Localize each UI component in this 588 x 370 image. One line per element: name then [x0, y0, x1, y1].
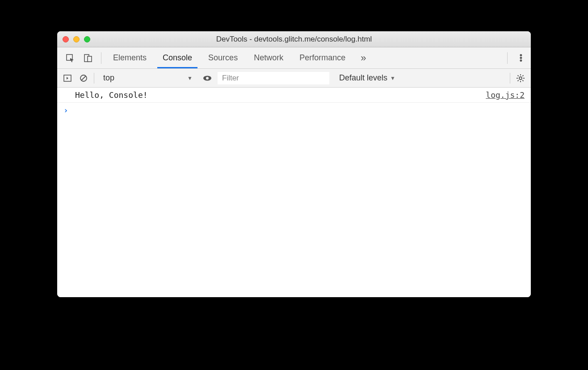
devtools-tabbar: Elements Console Sources Network Perform…: [57, 47, 531, 69]
log-source-link[interactable]: log.js:2: [486, 90, 525, 100]
svg-line-15: [518, 80, 519, 81]
window-title: DevTools - devtools.glitch.me/console/lo…: [63, 35, 525, 44]
tabbar-left-tools: [61, 47, 97, 68]
window-maximize-button[interactable]: [84, 36, 90, 42]
devtools-window: DevTools - devtools.glitch.me/console/lo…: [57, 31, 531, 297]
prompt-chevron-icon: ›: [63, 105, 68, 115]
inspect-element-icon[interactable]: [64, 52, 76, 64]
svg-point-8: [519, 77, 522, 80]
more-options-icon[interactable]: •••: [515, 54, 527, 62]
levels-label: Default levels: [339, 73, 387, 83]
show-console-sidebar-icon[interactable]: [62, 72, 73, 84]
tab-elements[interactable]: Elements: [105, 47, 155, 68]
tabs-container: Elements Console Sources Network Perform…: [105, 47, 372, 68]
tab-label: Console: [163, 53, 192, 63]
tab-label: Elements: [113, 53, 147, 63]
log-levels-selector[interactable]: Default levels ▼: [339, 73, 395, 83]
svg-line-14: [522, 80, 523, 81]
live-expression-icon[interactable]: [202, 72, 213, 84]
console-toolbar: top ▼ Default levels ▼: [57, 69, 531, 88]
window-minimize-button[interactable]: [73, 36, 80, 42]
separator: [507, 52, 508, 64]
clear-console-icon[interactable]: [78, 72, 89, 84]
console-settings-icon[interactable]: [515, 72, 526, 84]
titlebar: DevTools - devtools.glitch.me/console/lo…: [57, 31, 531, 47]
context-label: top: [103, 73, 114, 83]
traffic-lights: [63, 36, 90, 42]
device-toolbar-icon[interactable]: [82, 52, 94, 64]
console-prompt[interactable]: ›: [57, 103, 531, 118]
chevron-down-icon: ▼: [187, 75, 193, 81]
tab-label: Network: [254, 53, 283, 63]
tab-network[interactable]: Network: [246, 47, 291, 68]
svg-line-16: [522, 75, 523, 76]
svg-line-5: [81, 76, 86, 80]
separator: [94, 73, 94, 84]
tabbar-right: •••: [504, 47, 527, 68]
log-row: Hello, Console! log.js:2: [57, 88, 531, 103]
tab-console[interactable]: Console: [155, 47, 200, 68]
tab-performance[interactable]: Performance: [291, 47, 353, 68]
more-tabs-button[interactable]: »: [353, 47, 372, 68]
tab-label: Sources: [208, 53, 238, 63]
tab-sources[interactable]: Sources: [200, 47, 246, 68]
separator: [101, 52, 101, 64]
chevron-down-icon: ▼: [390, 75, 395, 81]
window-close-button[interactable]: [63, 36, 69, 42]
log-message: Hello, Console!: [75, 90, 148, 100]
filter-input[interactable]: [218, 72, 329, 84]
console-output: Hello, Console! log.js:2 ›: [57, 88, 531, 297]
tab-label: Performance: [299, 53, 345, 63]
separator: [510, 73, 510, 84]
svg-line-13: [518, 75, 519, 76]
execution-context-selector[interactable]: top ▼: [99, 72, 197, 84]
svg-rect-2: [88, 56, 92, 62]
svg-point-7: [206, 77, 209, 80]
